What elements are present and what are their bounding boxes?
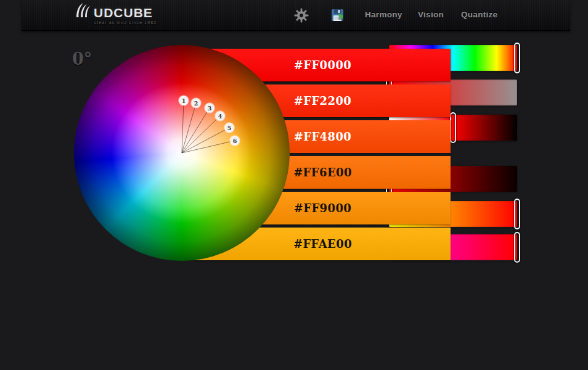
swatch-hex-label: #FF9000	[291, 192, 354, 224]
svg-text:6: 6	[233, 138, 237, 144]
harmony-marker[interactable]: 4	[216, 112, 225, 121]
harmony-marker[interactable]: 5	[225, 123, 234, 133]
swatch-hex-label: #FFAE00	[291, 228, 354, 260]
gear-icon	[294, 8, 309, 23]
blue-slider-thumb[interactable]	[514, 232, 520, 263]
settings-button[interactable]	[294, 8, 309, 23]
save-button[interactable]	[330, 8, 345, 23]
swatch-hex-label: #FF4800	[291, 120, 354, 153]
nav-vision[interactable]: Vision	[418, 10, 444, 19]
harmony-markers: 1 2 3 4 5 6	[179, 96, 240, 146]
harmony-marker[interactable]: 3	[205, 104, 214, 113]
harmony-marker[interactable]: 2	[192, 99, 201, 108]
logo-text: UDCUBE	[94, 6, 153, 20]
color-wheel[interactable]: 1 2 3 4 5 6	[74, 45, 290, 261]
logo-tagline: clear as mud since 1982	[94, 20, 181, 25]
svg-text:3: 3	[208, 105, 212, 112]
hue-slider-thumb[interactable]	[514, 43, 520, 73]
svg-text:4: 4	[218, 113, 223, 120]
harmony-marker[interactable]: 1	[179, 96, 189, 105]
green-slider-thumb[interactable]	[514, 199, 520, 229]
swatch-hex-label: #FF2200	[291, 84, 354, 117]
logo-claw-m-icon	[76, 3, 92, 20]
lightness-slider-thumb[interactable]	[450, 112, 456, 143]
app-background: { "theme": { "background": "#1a1a1c", "h…	[0, 0, 588, 370]
header-bar: UDCUBE clear as mud since 1982	[22, 0, 570, 31]
swatch-hex-label: #FF0000	[291, 49, 354, 81]
nav-harmony[interactable]: Harmony	[365, 10, 402, 19]
save-disk-icon	[330, 8, 345, 23]
swatch-hex-label: #FF6E00	[291, 156, 354, 189]
svg-text:1: 1	[182, 97, 186, 104]
harmony-marker[interactable]: 6	[231, 136, 240, 146]
mudcube-logo[interactable]: UDCUBE clear as mud since 1982	[76, 3, 181, 25]
svg-text:2: 2	[194, 100, 198, 107]
nav-quantize[interactable]: Quantize	[461, 10, 497, 19]
svg-text:5: 5	[227, 125, 232, 131]
